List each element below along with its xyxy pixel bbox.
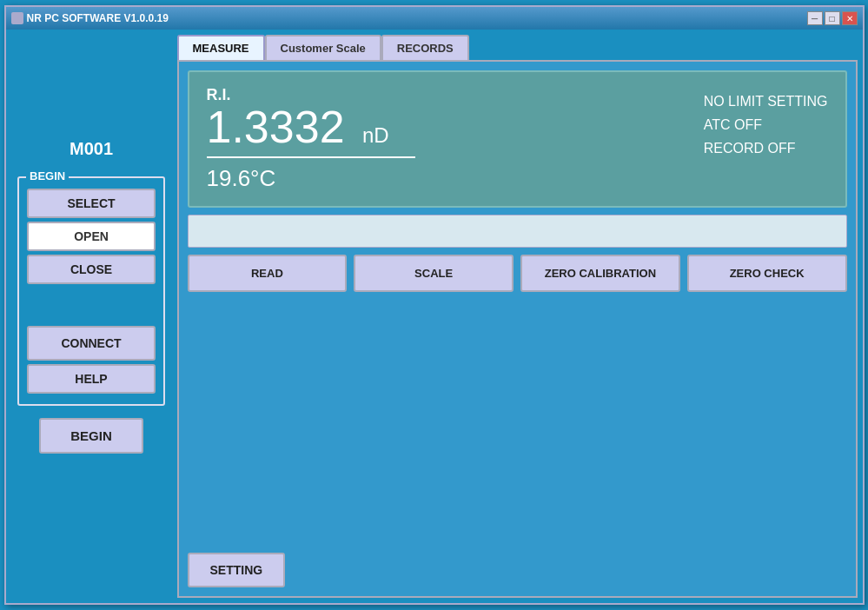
window-body: M001 BEGIN SELECT OPEN CLOSE CONNECT HEL… xyxy=(6,30,863,603)
tab-bar: MEASURE Customer Scale RECORDS xyxy=(177,35,858,60)
measurement-section: R.I. 1.3332 nD 19.6°C xyxy=(207,86,704,192)
restore-button[interactable]: □ xyxy=(825,11,840,25)
begin-group-label: BEGIN xyxy=(26,169,69,182)
display-box: R.I. 1.3332 nD 19.6°C NO LIMIT SETTING A… xyxy=(188,70,847,208)
status-line-1: NO LIMIT SETTING xyxy=(704,90,828,113)
spacer xyxy=(24,288,158,322)
window-title: NR PC SOFTWARE V1.0.0.19 xyxy=(27,12,169,24)
divider xyxy=(207,156,415,158)
status-line-2: ATC OFF xyxy=(704,113,828,136)
temperature-value: 19.6°C xyxy=(207,165,704,192)
title-bar-left: NR PC SOFTWARE V1.0.0.19 xyxy=(11,12,169,24)
open-button[interactable]: OPEN xyxy=(27,222,156,251)
tab-customer-scale[interactable]: Customer Scale xyxy=(265,35,381,60)
scale-button[interactable]: SCALE xyxy=(354,255,514,292)
display-row: R.I. 1.3332 nD 19.6°C NO LIMIT SETTING A… xyxy=(207,86,828,192)
title-bar: NR PC SOFTWARE V1.0.0.19 ─ □ ✕ xyxy=(6,7,863,30)
minimize-button[interactable]: ─ xyxy=(807,11,823,25)
read-button[interactable]: READ xyxy=(188,255,348,292)
select-button[interactable]: SELECT xyxy=(27,189,156,218)
right-panel: MEASURE Customer Scale RECORDS R.I. xyxy=(177,35,858,598)
close-window-button[interactable]: ✕ xyxy=(842,11,858,25)
connect-button[interactable]: CONNECT xyxy=(27,326,156,361)
action-buttons-row: READ SCALE ZERO CALIBRATION ZERO CHECK xyxy=(188,255,847,292)
status-line-3: RECORD OFF xyxy=(704,136,828,160)
setting-button[interactable]: SETTING xyxy=(188,553,286,587)
progress-bar-area xyxy=(188,215,847,248)
app-window: NR PC SOFTWARE V1.0.0.19 ─ □ ✕ M001 BEGI… xyxy=(4,5,865,605)
zero-calibration-button[interactable]: ZERO CALIBRATION xyxy=(520,255,680,292)
main-value-number: 1.3332 xyxy=(207,102,345,152)
left-panel: M001 BEGIN SELECT OPEN CLOSE CONNECT HEL… xyxy=(11,35,172,598)
device-name: M001 xyxy=(70,139,113,159)
main-value-unit: nD xyxy=(362,123,389,147)
begin-button[interactable]: BEGIN xyxy=(39,418,143,454)
window-controls: ─ □ ✕ xyxy=(807,11,858,25)
tab-measure[interactable]: MEASURE xyxy=(177,35,265,60)
setting-row: SETTING xyxy=(188,553,847,587)
main-value: 1.3332 nD xyxy=(207,104,704,149)
begin-group: BEGIN SELECT OPEN CLOSE CONNECT HELP xyxy=(17,176,165,406)
middle-content xyxy=(188,299,847,546)
tab-records[interactable]: RECORDS xyxy=(381,35,469,60)
status-section: NO LIMIT SETTING ATC OFF RECORD OFF xyxy=(704,86,828,161)
app-icon xyxy=(11,12,23,24)
help-button[interactable]: HELP xyxy=(27,364,156,394)
close-button[interactable]: CLOSE xyxy=(27,255,156,284)
tab-content: R.I. 1.3332 nD 19.6°C NO LIMIT SETTING A… xyxy=(177,60,858,598)
zero-check-button[interactable]: ZERO CHECK xyxy=(687,255,847,292)
